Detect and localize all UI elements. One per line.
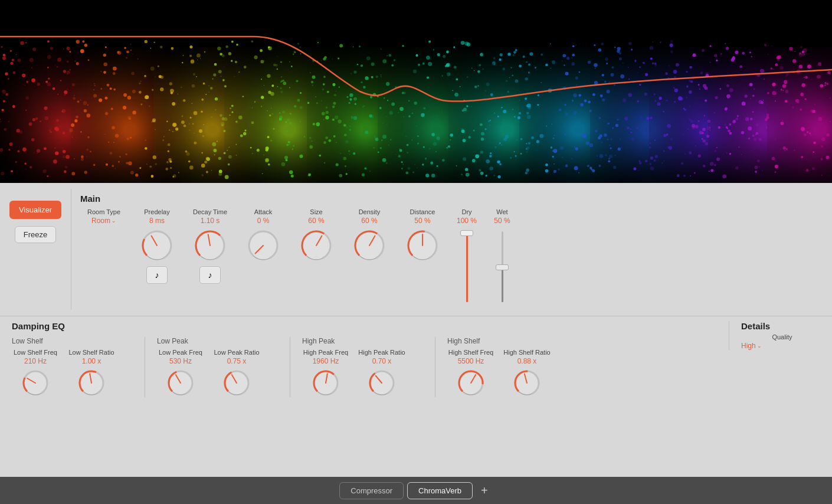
low-peak-freq-value: 530 Hz bbox=[169, 357, 192, 365]
size-knob[interactable] bbox=[299, 228, 333, 263]
visualizer-button[interactable]: Visualizer bbox=[9, 201, 61, 219]
main-knobs-row: Room Type Room ⌄ Predelay 8 ms bbox=[80, 208, 823, 305]
high-peak-ratio-label: High Peak Ratio bbox=[358, 349, 405, 356]
room-type-arrow: ⌄ bbox=[112, 218, 116, 224]
sep-2 bbox=[290, 337, 290, 397]
dry-label: Dry bbox=[461, 208, 471, 215]
predelay-value: 8 ms bbox=[149, 217, 165, 225]
details-title: Details bbox=[741, 321, 823, 331]
high-shelf-ratio-value: 0.88 x bbox=[517, 357, 537, 365]
eq-row: Damping EQ Low Shelf Low Shelf Freq 210 … bbox=[0, 316, 832, 402]
density-label: Density bbox=[359, 208, 381, 215]
density-value: 60 % bbox=[361, 217, 377, 225]
distance-knob[interactable] bbox=[405, 228, 440, 263]
decay-note-btn[interactable]: ♪ bbox=[199, 266, 221, 284]
high-shelf-band: High Shelf High Shelf Freq 5500 Hz bbox=[447, 337, 568, 397]
high-peak-knobs: High Peak Freq 1960 Hz bbox=[302, 349, 405, 397]
app: Visualizer Freeze Main Room Type Room ⌄ bbox=[0, 0, 832, 504]
damping-eq-left: Damping EQ Low Shelf Low Shelf Freq 210 … bbox=[12, 321, 729, 397]
wet-slider[interactable] bbox=[496, 228, 508, 305]
attack-knob[interactable] bbox=[246, 228, 280, 263]
main-row: Visualizer Freeze Main Room Type Room ⌄ bbox=[0, 183, 832, 316]
high-peak-ratio-knob[interactable] bbox=[368, 369, 396, 397]
density-knob[interactable] bbox=[352, 228, 386, 263]
sep-1 bbox=[145, 337, 145, 397]
decay-time-value: 1.10 s bbox=[201, 217, 220, 225]
room-type-value[interactable]: Room ⌄ bbox=[91, 217, 116, 225]
low-shelf-freq-value: 210 Hz bbox=[24, 357, 47, 365]
tab-compressor[interactable]: Compressor bbox=[339, 482, 404, 499]
room-type-group: Room Type Room ⌄ bbox=[80, 208, 127, 225]
attack-value: 0 % bbox=[257, 217, 270, 225]
low-shelf-ratio-value: 1.00 x bbox=[82, 357, 101, 365]
distance-value: 50 % bbox=[414, 217, 430, 225]
low-shelf-ratio-label: Low Shelf Ratio bbox=[68, 349, 114, 356]
low-peak-knobs: Low Peak Freq 530 Hz bbox=[157, 349, 260, 397]
high-shelf-freq-value: 5500 Hz bbox=[458, 357, 484, 365]
size-label: Size bbox=[310, 208, 322, 215]
distance-group: Distance 50 % bbox=[399, 208, 446, 263]
sep-3 bbox=[435, 337, 435, 397]
size-group: Size 60 % bbox=[293, 208, 340, 263]
high-peak-title: High Peak bbox=[302, 337, 405, 345]
visualizer-area bbox=[0, 0, 832, 183]
attack-label: Attack bbox=[254, 208, 273, 215]
main-section-title: Main bbox=[80, 194, 823, 204]
low-shelf-freq-group: Low Shelf Freq 210 Hz bbox=[12, 349, 59, 397]
dry-slider[interactable] bbox=[461, 228, 473, 305]
low-peak-ratio-label: Low Peak Ratio bbox=[214, 349, 259, 356]
attack-group: Attack 0 % bbox=[240, 208, 287, 263]
high-peak-freq-value: 1960 Hz bbox=[313, 357, 339, 365]
high-peak-freq-label: High Peak Freq bbox=[303, 349, 348, 356]
predelay-label: Predelay bbox=[144, 208, 169, 215]
low-shelf-ratio-group: Low Shelf Ratio 1.00 x bbox=[68, 349, 115, 397]
low-shelf-title: Low Shelf bbox=[12, 337, 115, 345]
low-peak-freq-knob[interactable] bbox=[166, 369, 195, 397]
dry-group: Dry 100 % bbox=[452, 208, 481, 305]
high-shelf-ratio-group: High Shelf Ratio 0.88 x bbox=[503, 349, 551, 397]
low-shelf-band: Low Shelf Low Shelf Freq 210 Hz bbox=[12, 337, 133, 397]
freeze-button[interactable]: Freeze bbox=[15, 226, 56, 243]
high-peak-freq-group: High Peak Freq 1960 Hz bbox=[302, 349, 349, 397]
high-peak-band: High Peak High Peak Freq 1960 Hz bbox=[302, 337, 423, 397]
predelay-group: Predelay 8 ms ♪ bbox=[133, 208, 181, 284]
wet-label: Wet bbox=[496, 208, 507, 215]
room-type-label: Room Type bbox=[87, 208, 120, 215]
distance-label: Distance bbox=[410, 208, 435, 215]
visualizer-canvas bbox=[0, 0, 832, 183]
low-shelf-ratio-knob[interactable] bbox=[77, 369, 106, 397]
low-peak-title: Low Peak bbox=[157, 337, 260, 345]
dry-value: 100 % bbox=[457, 217, 477, 225]
predelay-knob[interactable] bbox=[140, 228, 174, 263]
high-shelf-title: High Shelf bbox=[447, 337, 551, 345]
decay-time-knob[interactable] bbox=[193, 228, 227, 263]
bottom-bar: Compressor ChromaVerb + bbox=[0, 477, 832, 504]
low-peak-band: Low Peak Low Peak Freq 530 Hz bbox=[157, 337, 278, 397]
tab-chromaverb[interactable]: ChromaVerb bbox=[407, 482, 473, 499]
decay-time-group: Decay Time 1.10 s ♪ bbox=[186, 208, 234, 284]
high-shelf-knobs: High Shelf Freq 5500 Hz bbox=[447, 349, 551, 397]
add-tab-button[interactable]: + bbox=[476, 484, 493, 498]
low-peak-ratio-knob[interactable] bbox=[222, 369, 251, 397]
high-shelf-freq-group: High Shelf Freq 5500 Hz bbox=[447, 349, 494, 397]
high-shelf-ratio-label: High Shelf Ratio bbox=[503, 349, 551, 356]
decay-time-label: Decay Time bbox=[193, 208, 227, 215]
high-shelf-ratio-knob[interactable] bbox=[513, 369, 541, 397]
high-peak-ratio-value: 0.70 x bbox=[372, 357, 392, 365]
wet-group: Wet 50 % bbox=[487, 208, 517, 305]
high-peak-freq-knob[interactable] bbox=[312, 369, 340, 397]
quality-value[interactable]: High ⌄ bbox=[741, 342, 823, 350]
high-shelf-freq-knob[interactable] bbox=[457, 369, 485, 397]
controls-wrapper: Visualizer Freeze Main Room Type Room ⌄ bbox=[0, 183, 832, 477]
eq-bands-row: Low Shelf Low Shelf Freq 210 Hz bbox=[12, 337, 729, 397]
wet-value: 50 % bbox=[494, 217, 510, 225]
predelay-note-btn[interactable]: ♪ bbox=[146, 266, 168, 284]
density-group: Density 60 % bbox=[346, 208, 393, 263]
main-section: Main Room Type Room ⌄ Predelay 8 ms bbox=[71, 189, 832, 310]
low-peak-freq-group: Low Peak Freq 530 Hz bbox=[157, 349, 204, 397]
details-panel: Details Quality High ⌄ bbox=[729, 321, 823, 350]
low-shelf-freq-knob[interactable] bbox=[21, 369, 50, 397]
low-peak-ratio-group: Low Peak Ratio 0.75 x bbox=[213, 349, 260, 397]
low-shelf-freq-label: Low Shelf Freq bbox=[14, 349, 57, 356]
quality-label: Quality bbox=[741, 333, 823, 341]
